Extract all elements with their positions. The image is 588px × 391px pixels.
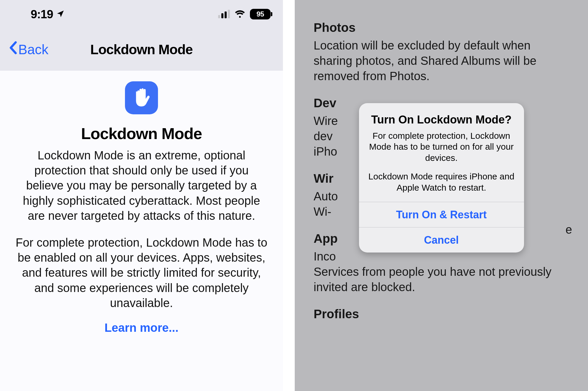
cellular-signal-icon: [218, 10, 230, 18]
section-header-photos: Photos: [314, 21, 569, 35]
alert-text-1: For complete protection, Lockdown Mode h…: [367, 130, 516, 164]
alert-text-2: Lockdown Mode requires iPhone and Apple …: [367, 171, 516, 193]
alert-cancel-button[interactable]: Cancel: [359, 227, 524, 253]
navigation-bar: Back Lockdown Mode: [0, 28, 283, 71]
status-time-group: 9:19: [31, 8, 65, 21]
status-time: 9:19: [31, 8, 53, 21]
section-header-profiles: Profiles: [314, 307, 569, 321]
settings-screen-lockdown: 9:19 95 B: [0, 0, 283, 391]
section-profiles: Profiles: [314, 307, 569, 321]
section-body-apple-services: Inco Services from people you have not p…: [314, 249, 569, 295]
status-bar: 9:19 95: [0, 0, 283, 28]
hand-icon: [125, 81, 158, 114]
lockdown-paragraph-1: Lockdown Mode is an extreme, optional pr…: [14, 148, 269, 223]
learn-more-link[interactable]: Learn more...: [104, 321, 178, 334]
section-photos: Photos Location will be excluded by defa…: [314, 21, 569, 84]
lockdown-content: Lockdown Mode Lockdown Mode is an extrem…: [0, 71, 283, 334]
confirm-alert: Turn On Lockdown Mode? For complete prot…: [359, 103, 524, 253]
alert-title: Turn On Lockdown Mode?: [367, 114, 516, 126]
alert-body: Turn On Lockdown Mode? For complete prot…: [359, 103, 524, 202]
back-button[interactable]: Back: [9, 42, 48, 57]
page-title: Lockdown Mode: [90, 42, 192, 57]
pane-separator: [283, 0, 295, 391]
peek-letter-e: e: [566, 223, 572, 236]
battery-level: 95: [256, 10, 264, 18]
settings-screen-with-alert: Photos Location will be excluded by defa…: [295, 0, 588, 391]
status-right: 95: [218, 9, 271, 19]
lockdown-heading: Lockdown Mode: [14, 124, 269, 143]
back-label: Back: [18, 42, 48, 57]
wifi-icon: [234, 9, 246, 19]
lockdown-paragraph-2: For complete protection, Lockdown Mode h…: [14, 235, 269, 311]
battery-icon: 95: [250, 9, 271, 19]
chevron-left-icon: [9, 41, 17, 57]
location-arrow-icon: [56, 8, 65, 21]
alert-turn-on-restart-button[interactable]: Turn On & Restart: [359, 202, 524, 227]
section-body-photos: Location will be excluded by default whe…: [314, 38, 569, 84]
